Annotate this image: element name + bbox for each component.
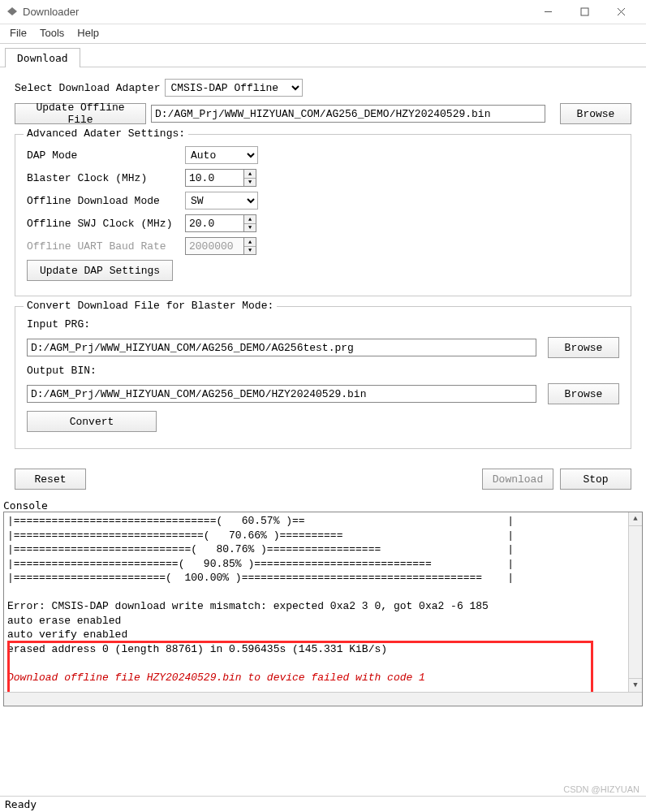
adapter-select[interactable]: CMSIS-DAP Offline: [165, 79, 303, 97]
console-fail-line: Download offline file HZY20240529.bin to…: [7, 672, 425, 684]
spinner-down-icon[interactable]: ▼: [244, 223, 256, 232]
close-button[interactable]: [603, 1, 640, 24]
scroll-up-icon[interactable]: ▲: [629, 512, 642, 526]
blaster-clock-label: Blaster Clock (MHz): [27, 172, 185, 184]
output-bin-path[interactable]: [27, 385, 536, 403]
convert-button[interactable]: Convert: [27, 411, 157, 432]
download-button[interactable]: Download: [482, 469, 553, 490]
advanced-settings-group: Advanced Adater Settings: DAP Mode Auto …: [15, 134, 631, 296]
tab-download[interactable]: Download: [5, 48, 80, 67]
console-line: auto erase enabled: [7, 615, 121, 627]
console-line: auto verify enabled: [7, 628, 127, 641]
uart-baud-label: Offline UART Baud Rate: [27, 240, 185, 253]
minimize-button[interactable]: [530, 1, 566, 24]
console-line: |========================( 100.00% )====…: [7, 572, 514, 584]
advanced-legend: Advanced Adater Settings:: [24, 127, 188, 140]
dap-mode-select[interactable]: Auto: [185, 146, 258, 164]
browse-offline-button[interactable]: Browse: [560, 103, 631, 124]
menu-tools[interactable]: Tools: [33, 24, 71, 43]
spinner-down-icon[interactable]: ▼: [244, 178, 256, 187]
input-prg-label: Input PRG:: [27, 318, 90, 330]
console-line: |==============================( 70.66% …: [7, 529, 514, 542]
offline-mode-label: Offline Download Mode: [27, 195, 185, 207]
titlebar: Downloader: [0, 0, 646, 24]
svg-marker-0: [7, 7, 17, 15]
window-title: Downloader: [23, 6, 530, 18]
status-text: Ready: [5, 798, 37, 810]
stop-button[interactable]: Stop: [560, 469, 631, 490]
console-scrollbar-vertical[interactable]: ▲ ▼: [628, 512, 642, 692]
input-prg-path[interactable]: [27, 339, 536, 356]
browse-output-button[interactable]: Browse: [548, 383, 619, 404]
swj-clock-label: Offline SWJ Clock (MHz): [27, 218, 185, 230]
menubar: File Tools Help: [0, 24, 646, 44]
spinner-down-icon: ▼: [244, 246, 256, 255]
tabbar: Download: [0, 47, 646, 67]
action-row: Reset Download Stop: [0, 464, 646, 498]
menu-file[interactable]: File: [3, 24, 33, 43]
offline-file-path[interactable]: [151, 105, 545, 123]
maximize-button[interactable]: [566, 1, 603, 24]
spinner-up-icon[interactable]: ▲: [244, 215, 256, 223]
console-line: |==========================( 90.85% )===…: [7, 558, 514, 570]
console-line: |================================( 60.57…: [7, 515, 514, 527]
uart-baud-input: [185, 237, 243, 255]
statusbar: Ready: [0, 796, 646, 812]
console-line: erased address 0 (length 88761) in 0.596…: [7, 643, 387, 655]
update-offline-file-button[interactable]: Update Offline File: [15, 103, 146, 124]
dap-mode-label: DAP Mode: [27, 149, 185, 162]
console-label: Console: [0, 498, 646, 512]
menu-help[interactable]: Help: [71, 24, 106, 43]
main-panel: Select Download Adapter CMSIS-DAP Offlin…: [0, 67, 646, 464]
spinner-up-icon: ▲: [244, 238, 256, 246]
console-output: |================================( 60.57…: [4, 512, 642, 687]
console-error-line: Error: CMSIS-DAP download write mismatch…: [7, 600, 489, 612]
scroll-down-icon[interactable]: ▼: [629, 678, 642, 692]
swj-clock-input[interactable]: [185, 214, 243, 232]
output-bin-label: Output BIN:: [27, 365, 97, 377]
blaster-clock-input[interactable]: [185, 169, 243, 187]
watermark: CSDN @HIZYUAN: [563, 784, 640, 794]
console-line: |============================( 80.76% )=…: [7, 543, 514, 555]
update-dap-button[interactable]: Update DAP Settings: [27, 260, 173, 281]
spinner-up-icon[interactable]: ▲: [244, 170, 256, 178]
browse-input-button[interactable]: Browse: [548, 337, 619, 358]
console: |================================( 60.57…: [3, 512, 643, 706]
svg-rect-2: [581, 8, 588, 15]
offline-mode-select[interactable]: SW: [185, 192, 258, 209]
app-icon: [6, 6, 18, 18]
convert-legend: Convert Download File for Blaster Mode:: [24, 300, 277, 312]
reset-button[interactable]: Reset: [15, 469, 86, 490]
adapter-label: Select Download Adapter: [15, 82, 160, 94]
console-scrollbar-horizontal[interactable]: [4, 692, 642, 706]
convert-group: Convert Download File for Blaster Mode: …: [15, 306, 631, 449]
